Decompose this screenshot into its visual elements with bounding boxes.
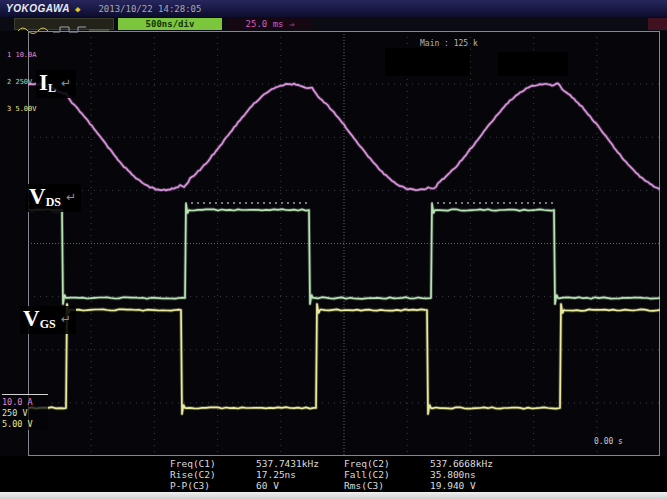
label-vgs-symbol: V (23, 306, 40, 331)
meas-label: Freq(C1) (170, 458, 216, 469)
brand-diamond-icon: ◆ (75, 4, 80, 14)
bottom-border-strip (0, 492, 667, 499)
meas-label: Rise(C2) (170, 469, 216, 480)
label-il-subscript: L (48, 81, 56, 95)
label-vgs-subscript: GS (40, 317, 56, 331)
label-vds: VDS↵ (26, 184, 81, 212)
label-vds-subscript: DS (46, 195, 61, 209)
meas-value: 35.800ns (430, 469, 476, 480)
toolbar-end-block (648, 18, 667, 30)
meas-label: Freq(C2) (344, 458, 390, 469)
channel-scale-block: 10.0 A 250 V 5.00 V (2, 394, 48, 430)
title-bar: YOKOGAWA ◆ 2013/10/22 14:28:05 (0, 0, 667, 17)
acquisition-preview (14, 18, 114, 30)
meas-label: Fall(C2) (344, 469, 390, 480)
channel-marker-column: 1 10.0A 2 250V 3 5.00V (7, 33, 37, 132)
meas-value: 17.25ns (256, 469, 296, 480)
time-position-readout: 0.00 s (594, 437, 623, 446)
label-vgs: VGS↵ (20, 306, 76, 334)
datetime-readout: 2013/10/22 14:28:05 (98, 4, 201, 14)
channel-marker-3: 3 5.00V (7, 105, 37, 114)
channel2-scale: 250 V (2, 408, 48, 419)
timebase-readout: 500ns/div (118, 18, 222, 30)
label-vds-symbol: V (29, 184, 46, 209)
channel-marker-2: 2 250V (7, 78, 37, 87)
meas-value: 19.940 V (430, 480, 476, 491)
measurement-panel: Freq(C1) 537.7431kHz Freq(C2) 537.6668kH… (0, 456, 667, 492)
return-mark-icon: ↵ (61, 76, 71, 90)
brand-logo: YOKOGAWA (6, 3, 70, 14)
channel1-scale: 10.0 A (2, 397, 48, 408)
label-inductor-current: IL↵ (36, 70, 76, 98)
record-length-readout: Main : 125 k (420, 39, 478, 48)
meas-value: 537.7431kHz (256, 458, 319, 469)
return-mark-icon: ↵ (66, 190, 76, 204)
trigger-readout: 25.0 ms ⇒ (228, 18, 312, 30)
oscilloscope-screen: YOKOGAWA ◆ 2013/10/22 14:28:05 500ns/div… (0, 0, 667, 499)
channel3-scale: 5.00 V (2, 419, 48, 430)
channel-marker-1: 1 10.0A (7, 51, 37, 60)
graticule-and-traces (28, 31, 660, 456)
meas-value: 60 V (256, 480, 279, 491)
meas-label: P-P(C3) (170, 480, 210, 491)
return-mark-icon: ↵ (61, 312, 71, 326)
meas-label: Rms(C3) (344, 480, 384, 491)
status-toolbar: 500ns/div 25.0 ms ⇒ (0, 17, 667, 31)
meas-value: 537.6668kHz (430, 458, 493, 469)
label-il-symbol: I (39, 70, 48, 95)
